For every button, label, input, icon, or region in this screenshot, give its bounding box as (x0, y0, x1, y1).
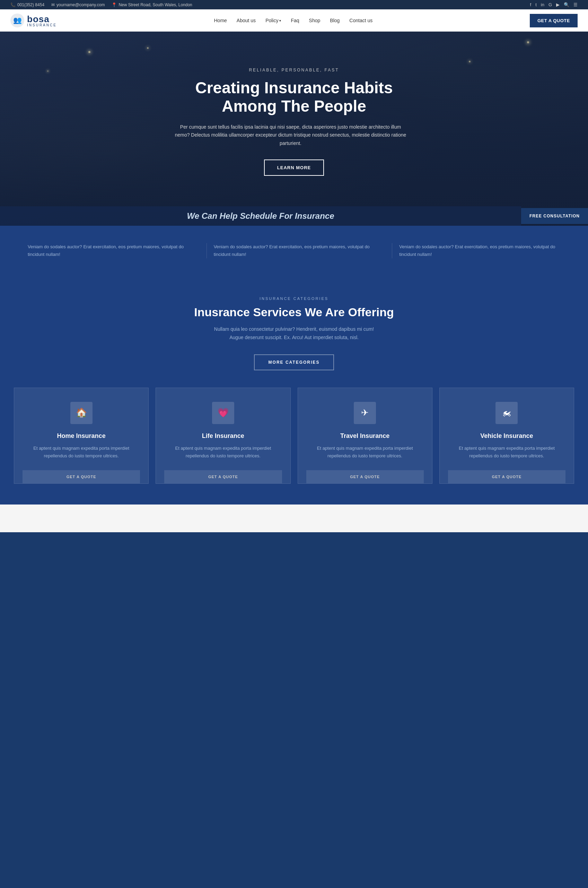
life-insurance-icon: 💗 (212, 402, 234, 424)
hero-bottom-bar: We Can Help Schedule For Insurance FREE … (0, 206, 588, 226)
feature-item-2: Veniam do sodales auctor? Erat exercitat… (207, 243, 382, 258)
hero-description: Per cumque sunt tellus facilis ipsa laci… (173, 123, 408, 148)
nav-about[interactable]: About us (237, 18, 256, 23)
logo-sub: INSURANCE (27, 23, 57, 27)
nav-blog[interactable]: Blog (330, 18, 340, 23)
insurance-eyebrow: INSURANCE CATEGORIES (14, 296, 574, 301)
chevron-down-icon: ▾ (279, 19, 281, 23)
navbar: 👥 bosa INSURANCE Home About us Policy ▾ … (0, 9, 588, 32)
home-insurance-desc: Et aptent quis magnam expedita porta imp… (22, 445, 140, 460)
facebook-icon[interactable]: f (530, 2, 531, 7)
search-icon[interactable]: 🔍 (564, 2, 569, 7)
feature-text-1: Veniam do sodales auctor? Erat exercitat… (28, 244, 184, 257)
location-icon: 📍 (112, 2, 117, 7)
hero-content: RELIABLE, PERSONABLE, FAST Creating Insu… (173, 68, 416, 176)
hero-bottom-text: We Can Help Schedule For Insurance (0, 206, 521, 226)
vehicle-insurance-icon: 🏍 (495, 402, 518, 424)
feature-item-3: Veniam do sodales auctor? Erat exercitat… (392, 243, 567, 258)
nav-home[interactable]: Home (214, 18, 227, 23)
nav-links: Home About us Policy ▾ Faq Shop Blog Con… (214, 18, 373, 23)
insurance-title: Inusrance Services We Are Offering (14, 305, 574, 319)
feature-item-1: Veniam do sodales auctor? Erat exercitat… (21, 243, 196, 258)
more-categories-button[interactable]: MORE CATEGORIES (254, 355, 334, 370)
address-info: 📍 New Street Road, South Wales, London (112, 2, 192, 7)
hero-eyebrow: RELIABLE, PERSONABLE, FAST (173, 68, 416, 72)
logo[interactable]: 👥 bosa INSURANCE (10, 14, 57, 27)
life-insurance-quote-button[interactable]: GET A QUOTE (164, 470, 282, 483)
card-vehicle: 🏍 Vehicle Insurance Et aptent quis magna… (440, 388, 574, 484)
google-icon[interactable]: G (549, 2, 552, 7)
insurance-cards-grid: 🏠 Home Insurance Et aptent quis magnam e… (14, 388, 574, 484)
features-strip: Veniam do sodales auctor? Erat exercitat… (0, 226, 588, 276)
youtube-icon[interactable]: ▶ (556, 2, 560, 7)
email-address: yourname@company.com (57, 2, 105, 7)
top-bar: 📞 001(352) 8454 ✉ yourname@company.com 📍… (0, 0, 588, 9)
social-icons: f t in G ▶ 🔍 ☰ (530, 2, 578, 7)
phone-number: 001(352) 8454 (17, 2, 44, 7)
life-insurance-title: Life Insurance (164, 433, 282, 440)
email-info: ✉ yourname@company.com (51, 2, 105, 7)
logo-svg: 👥 (10, 14, 24, 27)
twitter-icon[interactable]: t (536, 2, 537, 7)
hero-learn-more-button[interactable]: LEARN MORE (264, 159, 324, 176)
page-footer (0, 505, 588, 532)
card-travel: ✈ Travel Insurance Et aptent quis magnam… (298, 388, 432, 484)
phone-info: 📞 001(352) 8454 (10, 2, 44, 7)
email-icon: ✉ (51, 2, 55, 7)
life-insurance-desc: Et aptent quis magnam expedita porta imp… (164, 445, 282, 460)
feature-text-2: Veniam do sodales auctor? Erat exercitat… (214, 244, 370, 257)
card-home: 🏠 Home Insurance Et aptent quis magnam e… (14, 388, 148, 484)
top-bar-contact: 📞 001(352) 8454 ✉ yourname@company.com 📍… (10, 2, 192, 7)
hero-title: Creating Insurance Habits Among The Peop… (173, 79, 416, 116)
nav-get-quote-button[interactable]: GET A QUOTE (530, 14, 578, 27)
linkedin-icon[interactable]: in (541, 2, 544, 7)
home-insurance-title: Home Insurance (22, 433, 140, 440)
vehicle-insurance-quote-button[interactable]: GET A QUOTE (448, 470, 566, 483)
nav-policy[interactable]: Policy ▾ (266, 18, 281, 23)
travel-insurance-desc: Et aptent quis magnam expedita porta imp… (306, 445, 424, 460)
insurance-description: Nullam quia leo consectetur pulvinar? He… (207, 325, 381, 342)
svg-text:👥: 👥 (13, 16, 22, 24)
insurance-section: INSURANCE CATEGORIES Inusrance Services … (0, 276, 588, 505)
home-insurance-quote-button[interactable]: GET A QUOTE (22, 470, 140, 483)
vehicle-insurance-title: Vehicle Insurance (448, 433, 566, 440)
card-life: 💗 Life Insurance Et aptent quis magnam e… (156, 388, 290, 484)
nav-faq[interactable]: Faq (291, 18, 299, 23)
travel-insurance-quote-button[interactable]: GET A QUOTE (306, 470, 424, 483)
phone-icon: 📞 (10, 2, 16, 7)
hero-section: RELIABLE, PERSONABLE, FAST Creating Insu… (0, 32, 588, 226)
home-insurance-icon: 🏠 (70, 402, 93, 424)
vehicle-insurance-desc: Et aptent quis magnam expedita porta imp… (448, 445, 566, 460)
travel-insurance-icon: ✈ (354, 402, 376, 424)
free-consultation-button[interactable]: FREE CONSULTATION (521, 208, 588, 224)
nav-shop[interactable]: Shop (309, 18, 321, 23)
feature-text-3: Veniam do sodales auctor? Erat exercitat… (399, 244, 555, 257)
logo-name: bosa (27, 14, 50, 24)
menu-icon[interactable]: ☰ (573, 2, 578, 7)
address-text: New Street Road, South Wales, London (118, 2, 192, 7)
travel-insurance-title: Travel Insurance (306, 433, 424, 440)
nav-contact[interactable]: Contact us (349, 18, 372, 23)
